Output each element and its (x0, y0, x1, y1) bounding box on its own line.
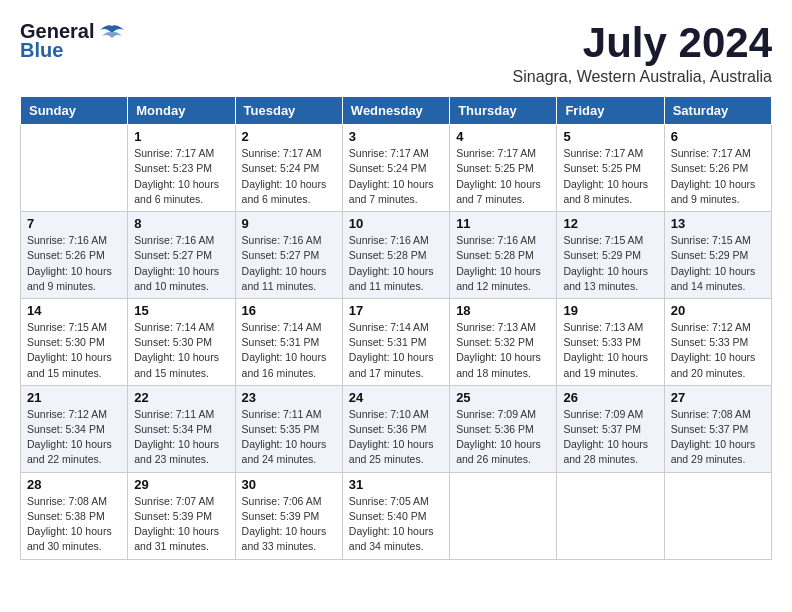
calendar-cell (450, 472, 557, 559)
calendar-header-friday: Friday (557, 97, 664, 125)
day-info: Sunrise: 7:14 AM Sunset: 5:30 PM Dayligh… (134, 320, 228, 381)
page-header: General Blue July 2024 Sinagra, Western … (20, 20, 772, 86)
day-number: 25 (456, 390, 550, 405)
calendar-cell: 1Sunrise: 7:17 AM Sunset: 5:23 PM Daylig… (128, 125, 235, 212)
day-info: Sunrise: 7:13 AM Sunset: 5:32 PM Dayligh… (456, 320, 550, 381)
day-info: Sunrise: 7:16 AM Sunset: 5:27 PM Dayligh… (242, 233, 336, 294)
day-number: 9 (242, 216, 336, 231)
day-info: Sunrise: 7:15 AM Sunset: 5:29 PM Dayligh… (671, 233, 765, 294)
day-number: 13 (671, 216, 765, 231)
calendar-header-saturday: Saturday (664, 97, 771, 125)
calendar-week-row: 28Sunrise: 7:08 AM Sunset: 5:38 PM Dayli… (21, 472, 772, 559)
day-info: Sunrise: 7:17 AM Sunset: 5:26 PM Dayligh… (671, 146, 765, 207)
calendar-cell: 17Sunrise: 7:14 AM Sunset: 5:31 PM Dayli… (342, 298, 449, 385)
day-info: Sunrise: 7:07 AM Sunset: 5:39 PM Dayligh… (134, 494, 228, 555)
calendar-cell (664, 472, 771, 559)
day-number: 20 (671, 303, 765, 318)
day-info: Sunrise: 7:12 AM Sunset: 5:34 PM Dayligh… (27, 407, 121, 468)
day-number: 18 (456, 303, 550, 318)
calendar-cell: 6Sunrise: 7:17 AM Sunset: 5:26 PM Daylig… (664, 125, 771, 212)
calendar-header-tuesday: Tuesday (235, 97, 342, 125)
day-number: 10 (349, 216, 443, 231)
calendar-cell: 18Sunrise: 7:13 AM Sunset: 5:32 PM Dayli… (450, 298, 557, 385)
day-info: Sunrise: 7:16 AM Sunset: 5:28 PM Dayligh… (349, 233, 443, 294)
day-number: 7 (27, 216, 121, 231)
calendar-cell: 15Sunrise: 7:14 AM Sunset: 5:30 PM Dayli… (128, 298, 235, 385)
day-info: Sunrise: 7:08 AM Sunset: 5:38 PM Dayligh… (27, 494, 121, 555)
calendar-cell: 30Sunrise: 7:06 AM Sunset: 5:39 PM Dayli… (235, 472, 342, 559)
day-number: 6 (671, 129, 765, 144)
day-number: 11 (456, 216, 550, 231)
day-number: 28 (27, 477, 121, 492)
day-info: Sunrise: 7:16 AM Sunset: 5:28 PM Dayligh… (456, 233, 550, 294)
calendar-header-thursday: Thursday (450, 97, 557, 125)
day-number: 16 (242, 303, 336, 318)
day-number: 24 (349, 390, 443, 405)
month-title: July 2024 (513, 20, 772, 66)
day-number: 29 (134, 477, 228, 492)
calendar-cell: 12Sunrise: 7:15 AM Sunset: 5:29 PM Dayli… (557, 212, 664, 299)
calendar-cell: 2Sunrise: 7:17 AM Sunset: 5:24 PM Daylig… (235, 125, 342, 212)
calendar-header-row: SundayMondayTuesdayWednesdayThursdayFrid… (21, 97, 772, 125)
day-info: Sunrise: 7:14 AM Sunset: 5:31 PM Dayligh… (349, 320, 443, 381)
calendar-cell: 9Sunrise: 7:16 AM Sunset: 5:27 PM Daylig… (235, 212, 342, 299)
calendar-cell: 19Sunrise: 7:13 AM Sunset: 5:33 PM Dayli… (557, 298, 664, 385)
day-info: Sunrise: 7:05 AM Sunset: 5:40 PM Dayligh… (349, 494, 443, 555)
calendar-cell: 13Sunrise: 7:15 AM Sunset: 5:29 PM Dayli… (664, 212, 771, 299)
calendar-cell: 7Sunrise: 7:16 AM Sunset: 5:26 PM Daylig… (21, 212, 128, 299)
calendar-cell: 4Sunrise: 7:17 AM Sunset: 5:25 PM Daylig… (450, 125, 557, 212)
day-number: 31 (349, 477, 443, 492)
day-info: Sunrise: 7:08 AM Sunset: 5:37 PM Dayligh… (671, 407, 765, 468)
calendar-cell: 22Sunrise: 7:11 AM Sunset: 5:34 PM Dayli… (128, 385, 235, 472)
calendar-week-row: 1Sunrise: 7:17 AM Sunset: 5:23 PM Daylig… (21, 125, 772, 212)
day-info: Sunrise: 7:17 AM Sunset: 5:25 PM Dayligh… (456, 146, 550, 207)
title-section: July 2024 Sinagra, Western Australia, Au… (513, 20, 772, 86)
logo: General Blue (20, 20, 126, 62)
calendar-cell: 16Sunrise: 7:14 AM Sunset: 5:31 PM Dayli… (235, 298, 342, 385)
day-number: 17 (349, 303, 443, 318)
calendar-cell: 21Sunrise: 7:12 AM Sunset: 5:34 PM Dayli… (21, 385, 128, 472)
day-info: Sunrise: 7:17 AM Sunset: 5:24 PM Dayligh… (349, 146, 443, 207)
day-info: Sunrise: 7:06 AM Sunset: 5:39 PM Dayligh… (242, 494, 336, 555)
day-info: Sunrise: 7:14 AM Sunset: 5:31 PM Dayligh… (242, 320, 336, 381)
calendar-cell: 25Sunrise: 7:09 AM Sunset: 5:36 PM Dayli… (450, 385, 557, 472)
day-number: 27 (671, 390, 765, 405)
calendar-cell (557, 472, 664, 559)
day-info: Sunrise: 7:11 AM Sunset: 5:34 PM Dayligh… (134, 407, 228, 468)
day-info: Sunrise: 7:11 AM Sunset: 5:35 PM Dayligh… (242, 407, 336, 468)
calendar-cell: 8Sunrise: 7:16 AM Sunset: 5:27 PM Daylig… (128, 212, 235, 299)
day-number: 12 (563, 216, 657, 231)
calendar-cell: 23Sunrise: 7:11 AM Sunset: 5:35 PM Dayli… (235, 385, 342, 472)
day-number: 23 (242, 390, 336, 405)
day-number: 22 (134, 390, 228, 405)
calendar-table: SundayMondayTuesdayWednesdayThursdayFrid… (20, 96, 772, 559)
day-number: 2 (242, 129, 336, 144)
calendar-week-row: 14Sunrise: 7:15 AM Sunset: 5:30 PM Dayli… (21, 298, 772, 385)
calendar-cell: 27Sunrise: 7:08 AM Sunset: 5:37 PM Dayli… (664, 385, 771, 472)
day-number: 26 (563, 390, 657, 405)
day-number: 21 (27, 390, 121, 405)
day-info: Sunrise: 7:15 AM Sunset: 5:30 PM Dayligh… (27, 320, 121, 381)
day-number: 8 (134, 216, 228, 231)
logo-bird-icon (98, 24, 126, 42)
logo-blue-text: Blue (20, 39, 63, 62)
day-info: Sunrise: 7:17 AM Sunset: 5:23 PM Dayligh… (134, 146, 228, 207)
day-number: 15 (134, 303, 228, 318)
day-info: Sunrise: 7:12 AM Sunset: 5:33 PM Dayligh… (671, 320, 765, 381)
day-info: Sunrise: 7:13 AM Sunset: 5:33 PM Dayligh… (563, 320, 657, 381)
day-info: Sunrise: 7:09 AM Sunset: 5:37 PM Dayligh… (563, 407, 657, 468)
day-number: 14 (27, 303, 121, 318)
calendar-cell: 5Sunrise: 7:17 AM Sunset: 5:25 PM Daylig… (557, 125, 664, 212)
calendar-cell: 14Sunrise: 7:15 AM Sunset: 5:30 PM Dayli… (21, 298, 128, 385)
calendar-cell: 28Sunrise: 7:08 AM Sunset: 5:38 PM Dayli… (21, 472, 128, 559)
day-number: 30 (242, 477, 336, 492)
day-number: 5 (563, 129, 657, 144)
day-number: 19 (563, 303, 657, 318)
day-info: Sunrise: 7:15 AM Sunset: 5:29 PM Dayligh… (563, 233, 657, 294)
day-info: Sunrise: 7:09 AM Sunset: 5:36 PM Dayligh… (456, 407, 550, 468)
day-info: Sunrise: 7:10 AM Sunset: 5:36 PM Dayligh… (349, 407, 443, 468)
day-number: 3 (349, 129, 443, 144)
day-number: 1 (134, 129, 228, 144)
calendar-cell: 24Sunrise: 7:10 AM Sunset: 5:36 PM Dayli… (342, 385, 449, 472)
calendar-week-row: 21Sunrise: 7:12 AM Sunset: 5:34 PM Dayli… (21, 385, 772, 472)
